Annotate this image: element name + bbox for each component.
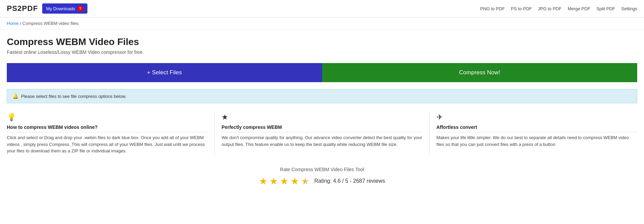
- nav-merge-pdf[interactable]: Merge PDF: [568, 6, 590, 11]
- star-2: ★: [269, 176, 278, 187]
- info-banner: 🔔 Please select files to see file compre…: [7, 89, 637, 103]
- feature-title-3: Affortless convert: [436, 124, 637, 132]
- info-banner-text: Please select files to see file compress…: [21, 94, 126, 99]
- nav-settings[interactable]: Settings: [621, 6, 637, 11]
- page-title: Compress WEBM Video Files: [7, 36, 637, 47]
- nav-split-pdf[interactable]: Split PDF: [596, 6, 615, 11]
- nav-jpg-to-pdf[interactable]: JPG to PDF: [538, 6, 561, 11]
- breadcrumb-home[interactable]: Home: [7, 21, 19, 26]
- bell-icon: 🔔: [13, 93, 18, 99]
- compress-button[interactable]: Compress Now!: [322, 63, 638, 82]
- airplane-icon: ✈: [436, 113, 637, 122]
- logo: PS2PDF: [7, 4, 38, 13]
- feature-desc-3: Makes your life little simpler. We do ou…: [436, 134, 637, 148]
- nav-ps-to-pdf[interactable]: PS to PDF: [511, 6, 532, 11]
- features-row: 💡 How to compress WEBM videos online? Cl…: [7, 113, 637, 154]
- page-subtitle: Fastest online Loseless/Lossy WEBM Video…: [7, 49, 637, 55]
- feature-desc-1: Click and select or Drag and drop your .…: [7, 134, 208, 154]
- stars-row: ★ ★ ★ ★ ★ Rating: 4.6 / 5 - 2687 reviews: [7, 176, 637, 187]
- lightbulb-icon: 💡: [7, 113, 208, 122]
- feature-desc-2: We don't compromise quality for anything…: [221, 134, 422, 148]
- rating-section: Rate Compress WEBM Video Files Tool ★ ★ …: [7, 167, 637, 187]
- star-3: ★: [280, 176, 288, 187]
- breadcrumb-separator: /: [20, 21, 22, 26]
- breadcrumb: Home / Compress WEBM video files.: [0, 17, 644, 30]
- star-half: ★: [301, 176, 310, 187]
- star-icon: ★: [221, 113, 422, 122]
- breadcrumb-current: Compress WEBM video files.: [22, 21, 80, 26]
- rating-title: Rate Compress WEBM Video Files Tool: [7, 167, 637, 172]
- select-files-button[interactable]: + Select Files: [7, 63, 322, 82]
- feature-title-1: How to compress WEBM videos online?: [7, 124, 208, 132]
- my-downloads-label: My Downloads: [46, 6, 75, 11]
- nav-png-to-pdf[interactable]: PNG to PDF: [480, 6, 505, 11]
- star-1: ★: [259, 176, 267, 187]
- main-content: Compress WEBM Video Files Fastest online…: [0, 30, 644, 197]
- header-left: PS2PDF My Downloads ?: [7, 3, 87, 14]
- header: PS2PDF My Downloads ? PNG to PDF PS to P…: [0, 0, 644, 17]
- rating-text: Rating: 4.6 / 5 - 2687 reviews: [314, 178, 385, 184]
- header-nav: PNG to PDF PS to PDF JPG to PDF Merge PD…: [480, 6, 637, 11]
- feature-col-2: ★ Perfectly compress WEBM We don't compr…: [215, 113, 429, 154]
- star-4: ★: [291, 176, 299, 187]
- action-row: + Select Files Compress Now!: [7, 63, 637, 82]
- feature-title-2: Perfectly compress WEBM: [221, 124, 422, 132]
- my-downloads-badge: ?: [77, 5, 83, 12]
- my-downloads-button[interactable]: My Downloads ?: [42, 3, 87, 14]
- feature-col-1: 💡 How to compress WEBM videos online? Cl…: [7, 113, 215, 154]
- feature-col-3: ✈ Affortless convert Makes your life lit…: [430, 113, 637, 154]
